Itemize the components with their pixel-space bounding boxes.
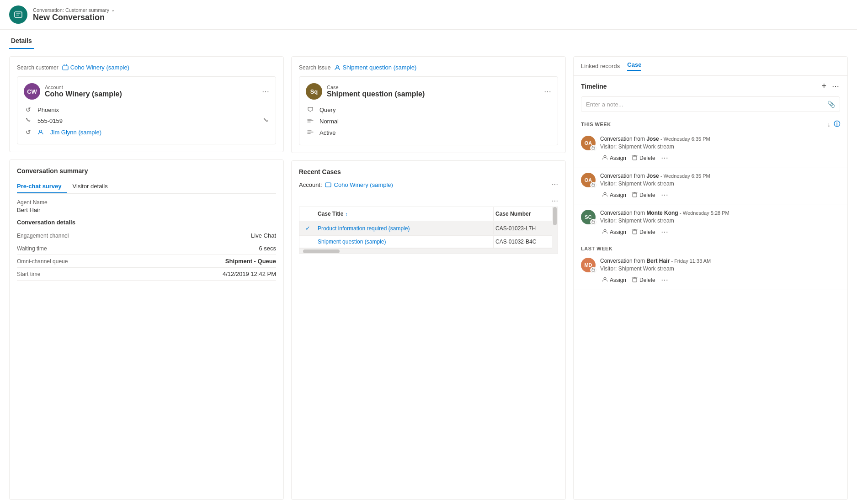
assign-button[interactable]: Assign xyxy=(600,191,628,200)
row-check xyxy=(299,238,316,245)
case-status-row: Active xyxy=(306,127,551,138)
case-card: Search issue Shipment question (sample) … xyxy=(291,56,566,153)
account-more-button[interactable]: ⋯ xyxy=(262,87,269,96)
recent-account-link[interactable]: Coho Winery (sample) xyxy=(334,181,393,188)
row-check: ✓ xyxy=(299,221,316,235)
attachment-icon[interactable]: 📎 xyxy=(827,101,835,108)
assign-button[interactable]: Assign xyxy=(600,154,628,163)
tl-actions: Assign Delete ⋯ xyxy=(600,153,840,163)
item-more-button[interactable]: ⋯ xyxy=(659,190,670,200)
detail-value: 6 secs xyxy=(259,245,276,252)
horizontal-scrollbar[interactable] xyxy=(299,248,558,254)
case-link[interactable]: Shipment question (sample) xyxy=(334,64,416,71)
col-number-header[interactable]: Case Number xyxy=(494,207,558,221)
assign-icon xyxy=(602,276,608,284)
case-avatar: Sq xyxy=(306,83,322,100)
customer-icon xyxy=(62,64,69,71)
note-placeholder: Enter a note... xyxy=(586,101,623,108)
tab-visitor-details[interactable]: Visitor details xyxy=(73,180,113,193)
info-icon[interactable]: ⓘ xyxy=(834,120,841,128)
svg-rect-8 xyxy=(592,184,595,186)
middle-column: Search issue Shipment question (sample) … xyxy=(291,56,566,500)
delete-button[interactable]: Delete xyxy=(630,191,657,200)
call-icon[interactable] xyxy=(263,117,269,125)
account-detail-card: CW Account Coho Winery (sample) ⋯ ↺ Phoe… xyxy=(17,76,276,144)
svg-point-9 xyxy=(604,192,606,195)
delete-icon xyxy=(632,191,638,199)
item-more-button[interactable]: ⋯ xyxy=(659,227,670,237)
summary-tabs: Pre-chat survey Visitor details xyxy=(17,180,276,194)
check-col-header xyxy=(299,210,316,218)
table-row[interactable]: Shipment question (sample) CAS-01032-B4C xyxy=(299,236,558,248)
tab-pre-chat-survey[interactable]: Pre-chat survey xyxy=(17,180,67,193)
timeline-week-items: OA Conversation from Jose - Wednesday 6:… xyxy=(574,131,847,242)
v-scroll-thumb[interactable] xyxy=(553,207,557,225)
svg-rect-7 xyxy=(633,156,637,160)
item-more-button[interactable]: ⋯ xyxy=(659,275,670,285)
assign-button[interactable]: Assign xyxy=(600,228,628,237)
sort-down-icon[interactable]: ↓ xyxy=(827,121,831,128)
agent-name-section: Agent Name Bert Hair xyxy=(17,199,276,213)
timeline-header: Timeline + ⋯ xyxy=(574,76,847,96)
tl-visitor-row: Visitor: Shipment Work stream xyxy=(600,180,840,187)
add-timeline-button[interactable]: + xyxy=(820,80,827,92)
tl-title-row: Conversation from Bert Hair - Friday 11:… xyxy=(600,258,840,264)
nav-bar: Details xyxy=(0,30,857,49)
sort-icon[interactable]: ↕ xyxy=(345,212,347,217)
timeline-more-button[interactable]: ⋯ xyxy=(831,81,840,91)
account-header: CW Account Coho Winery (sample) ⋯ xyxy=(24,83,269,100)
assign-button[interactable]: Assign xyxy=(600,276,628,285)
avatar-badge xyxy=(590,267,596,273)
recent-account-icon xyxy=(325,181,331,188)
tl-title-row: Conversation from Monte Kong - Wednesday… xyxy=(600,210,840,216)
left-column: Search customer Coho Winery (sample) CW … xyxy=(9,56,284,500)
agent-name-label: Agent Name xyxy=(17,199,276,206)
timeline-item: OA Conversation from Jose - Wednesday 6:… xyxy=(574,168,847,205)
delete-button[interactable]: Delete xyxy=(630,228,657,237)
case-title-cell[interactable]: Shipment question (sample) xyxy=(316,236,494,248)
case-info: Case Shipment question (sample) xyxy=(327,85,544,98)
tl-actions: Assign Delete ⋯ xyxy=(600,190,840,200)
scroll-thumb[interactable] xyxy=(303,249,340,253)
note-input-row[interactable]: Enter a note... 📎 xyxy=(581,96,840,112)
detail-row: Waiting time 6 secs xyxy=(17,242,276,255)
svg-point-2 xyxy=(40,130,42,133)
page-title: New Conversation xyxy=(33,13,115,22)
table-more-button[interactable]: ⋯ xyxy=(552,197,558,205)
case-title-cell[interactable]: Product information required (sample) xyxy=(316,223,494,234)
vertical-scrollbar[interactable] xyxy=(552,207,558,254)
svg-rect-5 xyxy=(592,147,595,149)
timeline-item-header: SC Conversation from Monte Kong - Wednes… xyxy=(581,210,840,237)
timeline-avatar: OA xyxy=(581,136,596,150)
delete-button[interactable]: Delete xyxy=(630,154,657,163)
last-week-section: LAST WEEK xyxy=(574,242,847,253)
case-tab[interactable]: Case xyxy=(627,61,641,71)
details-tab[interactable]: Details xyxy=(9,33,34,49)
customer-link[interactable]: Coho Winery (sample) xyxy=(62,64,129,71)
detail-rows: Engagement channel Live Chat Waiting tim… xyxy=(17,229,276,281)
account-label: Account: xyxy=(299,181,322,188)
table-row[interactable]: ✓ Product information required (sample) … xyxy=(299,221,558,236)
col-title-header[interactable]: Case Title ↕ xyxy=(316,207,494,221)
svg-rect-0 xyxy=(15,12,22,17)
timeline-content: Conversation from Jose - Wednesday 6:35 … xyxy=(600,136,840,163)
phone-icon xyxy=(24,117,33,125)
svg-rect-4 xyxy=(325,183,331,187)
recent-more-button[interactable]: ⋯ xyxy=(552,181,558,188)
case-icon xyxy=(334,64,341,71)
recent-cases-card: Recent Cases Account: Coho Winery (sampl… xyxy=(291,160,566,500)
linked-records-tabs: Linked records Case xyxy=(574,57,847,76)
item-more-button[interactable]: ⋯ xyxy=(659,153,670,163)
conversation-summary-card: Conversation summary Pre-chat survey Vis… xyxy=(9,159,284,500)
delete-button[interactable]: Delete xyxy=(630,276,657,285)
case-more-button[interactable]: ⋯ xyxy=(544,87,551,96)
detail-row: Omni-channel queue Shipment - Queue xyxy=(17,255,276,268)
contact-link[interactable]: Jim Glynn (sample) xyxy=(50,129,101,136)
recent-account-row: Account: Coho Winery (sample) ⋯ xyxy=(299,181,558,188)
timeline-item: SC Conversation from Monte Kong - Wednes… xyxy=(574,205,847,242)
app-header: Conversation: Customer summary ⌄ New Con… xyxy=(0,0,857,30)
chevron-down-icon[interactable]: ⌄ xyxy=(111,7,115,12)
detail-row: Start time 4/12/2019 12:42 PM xyxy=(17,268,276,281)
tl-visitor-row: Visitor: Shipment Work stream xyxy=(600,218,840,224)
timeline-title: Timeline xyxy=(581,83,607,90)
